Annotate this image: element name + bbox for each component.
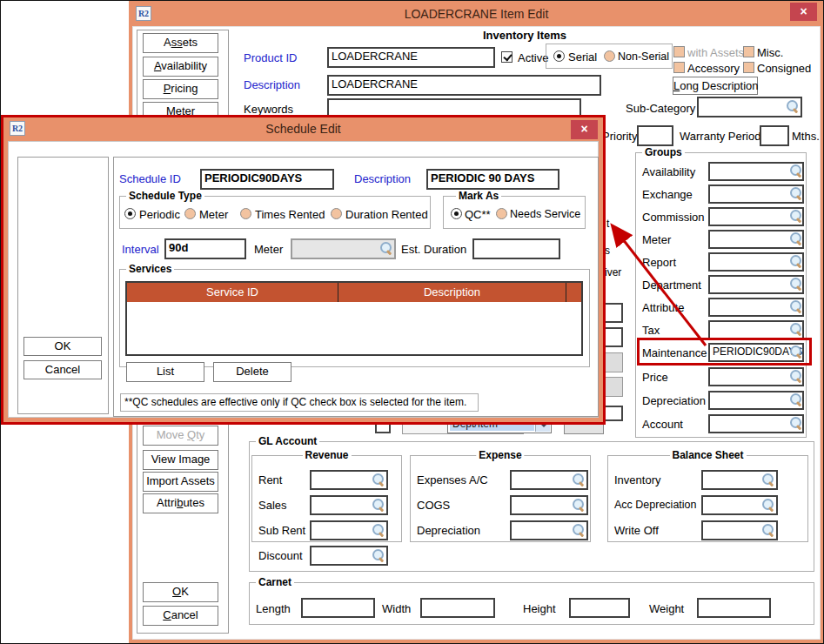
inventory-field[interactable] — [701, 470, 778, 490]
search-icon[interactable] — [787, 100, 799, 112]
close-icon[interactable]: × — [571, 120, 598, 139]
interval-field[interactable]: 90d — [164, 238, 246, 259]
sidebar-item-availability[interactable]: Availability — [143, 57, 218, 77]
schedule-id-field[interactable]: PERIODIC90DAYS — [200, 169, 334, 190]
search-icon[interactable] — [790, 187, 802, 199]
non-serial-radio[interactable] — [604, 50, 615, 62]
accessory-checkbox[interactable] — [673, 62, 685, 73]
search-icon[interactable] — [573, 473, 585, 486]
periodic-radio[interactable] — [124, 208, 136, 219]
duration-rented-label: Duration Rented — [345, 208, 428, 221]
discount-field[interactable] — [310, 546, 388, 566]
services-table[interactable]: Service ID Description — [125, 281, 583, 356]
ok-button[interactable]: OK — [143, 582, 218, 602]
weight-label: Weight — [649, 602, 684, 615]
mths-label: Mths. — [792, 130, 820, 143]
search-icon[interactable] — [790, 323, 802, 335]
sub-category-label: Sub-Category — [626, 102, 695, 115]
expenses-ac-field[interactable] — [510, 470, 588, 490]
needs-service-radio[interactable] — [496, 208, 507, 219]
depreciation-expense-field[interactable] — [510, 520, 588, 540]
search-icon[interactable] — [790, 393, 802, 406]
priority-field[interactable] — [637, 125, 673, 146]
keywords-label: Keywords — [244, 103, 293, 116]
search-icon[interactable] — [790, 278, 802, 290]
maintenance-highlight-annotation — [637, 338, 812, 366]
consigned-checkbox[interactable] — [743, 62, 754, 73]
import-assets-button[interactable]: Import Assets — [143, 472, 218, 492]
long-description-button[interactable]: Long Description — [673, 77, 758, 95]
search-icon[interactable] — [372, 499, 385, 511]
width-label: Width — [382, 602, 411, 615]
sidebar-item-assets[interactable]: Assets — [143, 33, 218, 53]
group-label-exchange: Exchange — [642, 188, 693, 201]
duration-rented-radio[interactable] — [331, 208, 342, 219]
interval-label: Interval — [122, 243, 159, 256]
search-icon[interactable] — [790, 370, 802, 382]
attributes-button[interactable]: Attributes — [143, 493, 218, 513]
rent-field[interactable] — [310, 470, 388, 490]
search-icon[interactable] — [762, 524, 774, 536]
est-duration-label: Est. Duration — [401, 243, 466, 256]
groups-caption: Groups — [642, 146, 685, 158]
description-field[interactable]: LOADERCRANE — [327, 75, 601, 96]
group-label-department: Department — [642, 278, 701, 292]
list-button[interactable]: List — [126, 362, 204, 382]
dialog-cancel-button[interactable]: Cancel — [23, 360, 102, 379]
column-header-service-id[interactable]: Service ID — [127, 283, 338, 302]
search-icon[interactable] — [790, 164, 802, 177]
qc-label: QC** — [465, 208, 491, 221]
move-qty-button: Move Qty — [143, 426, 218, 446]
height-field[interactable] — [569, 598, 630, 618]
search-icon[interactable] — [790, 210, 802, 222]
column-header-stub — [566, 283, 581, 302]
times-rented-radio[interactable] — [240, 208, 251, 219]
cogs-field[interactable] — [510, 495, 588, 515]
serial-radio[interactable] — [553, 50, 565, 62]
search-icon[interactable] — [790, 232, 802, 245]
search-icon[interactable] — [372, 524, 385, 536]
est-duration-field[interactable] — [472, 238, 560, 259]
meter-type-radio[interactable] — [184, 208, 196, 219]
sub-rent-field[interactable] — [310, 520, 388, 540]
window-title: LOADERCRANE Item Edit — [129, 7, 824, 21]
width-field[interactable] — [420, 598, 495, 618]
search-icon[interactable] — [790, 300, 802, 312]
sidebar-item-pricing[interactable]: Pricing — [143, 79, 218, 99]
search-icon[interactable] — [372, 473, 385, 486]
warranty-period-field[interactable] — [760, 125, 789, 146]
carnet-caption: Carnet — [256, 576, 294, 588]
close-icon[interactable]: × — [790, 3, 817, 21]
search-icon[interactable] — [762, 473, 774, 486]
search-icon[interactable] — [762, 499, 774, 511]
acc-depreciation-field[interactable] — [701, 495, 778, 515]
qc-radio[interactable] — [451, 208, 462, 219]
group-label-price: Price — [642, 371, 668, 384]
sub-category-field[interactable] — [697, 97, 802, 117]
length-field[interactable] — [301, 598, 375, 618]
with-assets-checkbox — [673, 46, 685, 57]
consigned-label: Consigned — [757, 62, 811, 75]
view-image-button[interactable]: View Image — [143, 450, 218, 470]
rent-label: Rent — [258, 473, 282, 486]
search-icon[interactable] — [372, 549, 385, 561]
active-checkbox[interactable] — [501, 51, 512, 63]
cogs-label: COGS — [417, 499, 450, 512]
weight-field[interactable] — [697, 598, 771, 618]
schedule-description-field[interactable]: PERIODIC 90 DAYS — [426, 169, 559, 190]
search-icon[interactable] — [573, 524, 585, 536]
services-table-header: Service ID Description — [127, 283, 581, 302]
delete-button[interactable]: Delete — [213, 362, 291, 382]
cancel-button[interactable]: Cancel — [143, 606, 218, 626]
search-icon[interactable] — [573, 499, 585, 511]
misc-checkbox[interactable] — [743, 46, 754, 57]
search-icon[interactable] — [790, 417, 802, 429]
dialog-ok-button[interactable]: OK — [23, 337, 102, 356]
write-off-field[interactable] — [701, 520, 778, 540]
column-header-description[interactable]: Description — [338, 283, 566, 302]
search-icon[interactable] — [790, 255, 802, 267]
product-id-field[interactable]: LOADERCRANE — [327, 47, 495, 68]
sub-rent-label: Sub Rent — [258, 524, 305, 537]
sales-field[interactable] — [310, 495, 388, 515]
height-label: Height — [523, 602, 556, 615]
